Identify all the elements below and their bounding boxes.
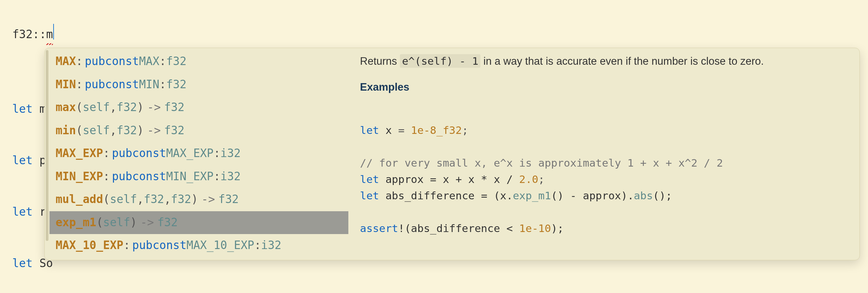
input-typed-text: m — [46, 28, 53, 41]
doc-summary-post: in a way that is accurate even if the nu… — [480, 55, 764, 67]
completion-item-mul_add[interactable]: mul_add(self, f32, f32)->f32 — [49, 188, 348, 211]
error-squiggle-icon — [46, 43, 53, 45]
documentation-pane: Returns e^(self) - 1 in a way that is ac… — [348, 48, 859, 260]
completion-item-max[interactable]: max(self, f32)->f32 — [49, 96, 348, 119]
completion-name: min — [56, 122, 76, 139]
doc-code-block: let x = 1e-8_f32; // for very small x, e… — [360, 106, 848, 253]
completion-name: MAX_10_EXP — [56, 237, 124, 254]
completion-item-max_10_exp[interactable]: MAX_10_EXP: pub const MAX_10_EXP: i32 — [49, 234, 348, 257]
doc-summary: Returns e^(self) - 1 in a way that is ac… — [360, 53, 848, 70]
completion-name: MIN_10_EXP — [56, 260, 124, 260]
completion-scrollbar[interactable] — [45, 48, 49, 260]
autocomplete-popup: MAX: pub const MAX: f32MIN: pub const MI… — [44, 48, 860, 260]
doc-summary-code: e^(self) - 1 — [400, 54, 480, 68]
doc-summary-pre: Returns — [360, 55, 400, 67]
completion-item-exp_m1[interactable]: exp_m1(self)->f32 — [49, 211, 348, 234]
completion-name: max — [56, 99, 76, 116]
completion-list[interactable]: MAX: pub const MAX: f32MIN: pub const MI… — [49, 48, 348, 260]
completion-item-max_exp[interactable]: MAX_EXP: pub const MAX_EXP: i32 — [49, 142, 348, 165]
completion-item-min_10_exp[interactable]: MIN_10_EXP: pub const MIN_10_EXP: i32 — [49, 257, 348, 260]
completion-name: MAX — [56, 53, 76, 70]
completion-item-min[interactable]: MIN: pub const MIN: f32 — [49, 73, 348, 96]
input-typed: m — [46, 26, 53, 43]
completion-name: MIN_EXP — [56, 168, 103, 185]
scrollbar-thumb[interactable] — [46, 50, 48, 241]
completion-name: exp_m1 — [56, 214, 96, 231]
editor-input-line[interactable]: f32:: m — [12, 26, 53, 43]
completion-item-max[interactable]: MAX: pub const MAX: f32 — [49, 50, 348, 73]
input-prefix: f32:: — [12, 26, 46, 43]
completion-name: mul_add — [56, 191, 103, 208]
doc-examples-heading: Examples — [360, 79, 848, 95]
completion-name: MIN — [56, 76, 76, 93]
completion-item-min_exp[interactable]: MIN_EXP: pub const MIN_EXP: i32 — [49, 165, 348, 188]
text-caret — [53, 24, 54, 40]
completion-item-min[interactable]: min(self, f32)->f32 — [49, 119, 348, 142]
completion-name: MAX_EXP — [56, 145, 103, 162]
